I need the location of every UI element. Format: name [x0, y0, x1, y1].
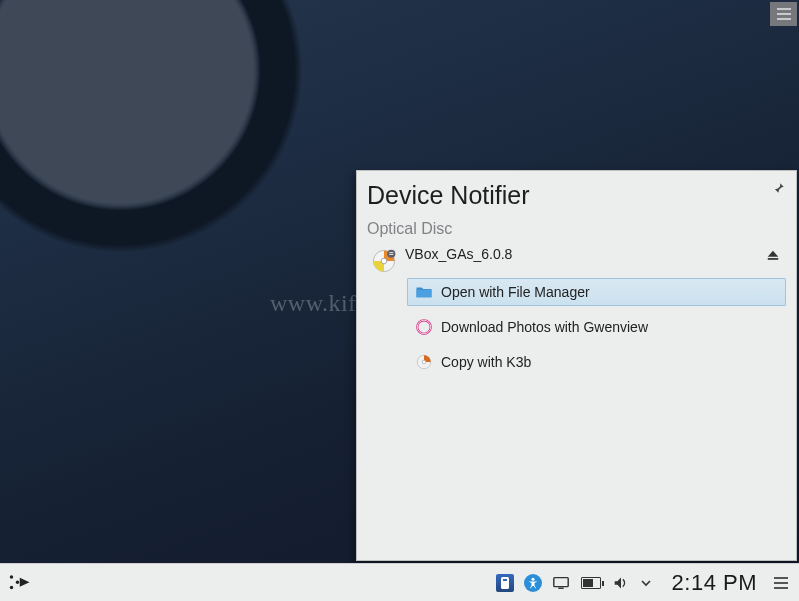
optical-disc-icon [371, 248, 397, 274]
action-download-gwenview[interactable]: Download Photos with Gwenview [407, 313, 786, 341]
svg-point-1 [381, 258, 387, 264]
battery-icon [581, 577, 601, 589]
svg-point-14 [16, 580, 19, 583]
svg-rect-16 [503, 579, 507, 581]
desktop-toolbox-button[interactable] [770, 2, 797, 26]
notifier-title: Device Notifier [367, 181, 786, 210]
action-copy-k3b[interactable]: Copy with K3b [407, 348, 786, 376]
svg-rect-7 [417, 290, 432, 298]
device-notifier-popup: Device Notifier Optical Disc VBox_GAs_6.… [356, 170, 797, 561]
panel-toolbox-button[interactable] [769, 568, 793, 598]
action-label: Copy with K3b [441, 354, 531, 370]
taskbar: 2:14 PM [0, 563, 799, 601]
k3b-icon [415, 353, 433, 371]
svg-point-11 [422, 360, 426, 364]
action-label: Download Photos with Gwenview [441, 319, 648, 335]
device-category: Optical Disc [367, 220, 786, 238]
display-icon [552, 574, 570, 592]
volume-tray-icon[interactable] [612, 574, 630, 592]
action-open-file-manager[interactable]: Open with File Manager [407, 278, 786, 306]
clock[interactable]: 2:14 PM [672, 570, 757, 596]
svg-rect-15 [501, 577, 509, 589]
device-actions: Open with File Manager Download Photos w… [407, 278, 786, 376]
file-manager-icon [415, 283, 433, 301]
display-tray-icon[interactable] [552, 574, 570, 592]
eject-button[interactable] [766, 248, 780, 262]
hamburger-icon [777, 13, 791, 15]
device-notifier-tray-icon[interactable] [496, 574, 514, 592]
svg-point-2 [387, 250, 395, 258]
accessibility-tray-icon[interactable] [524, 574, 542, 592]
pin-icon [772, 181, 786, 195]
pin-button[interactable] [770, 179, 788, 197]
tray-expand-button[interactable] [640, 577, 652, 589]
svg-rect-3 [389, 252, 393, 253]
svg-marker-5 [768, 251, 779, 257]
svg-point-12 [10, 575, 13, 578]
svg-point-9 [417, 320, 431, 334]
gwenview-icon [415, 318, 433, 336]
svg-point-17 [531, 577, 534, 580]
action-label: Open with File Manager [441, 284, 590, 300]
svg-rect-6 [768, 258, 779, 260]
svg-rect-4 [389, 254, 393, 255]
application-launcher-icon [7, 571, 31, 595]
device-name: VBox_GAs_6.0.8 [405, 244, 758, 262]
system-tray [496, 574, 652, 592]
battery-tray-icon[interactable] [580, 574, 602, 592]
svg-rect-18 [553, 577, 567, 586]
eject-icon [766, 248, 780, 262]
svg-point-13 [10, 585, 13, 588]
chevron-down-icon [640, 577, 652, 589]
device-row[interactable]: VBox_GAs_6.0.8 [371, 244, 786, 274]
accessibility-icon [527, 577, 539, 589]
svg-rect-19 [558, 587, 563, 588]
application-launcher[interactable] [4, 568, 34, 598]
hamburger-icon [774, 582, 788, 584]
volume-icon [612, 574, 630, 592]
